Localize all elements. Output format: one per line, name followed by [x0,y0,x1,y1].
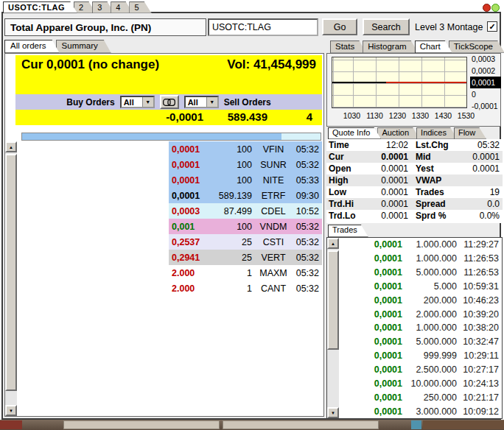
trade-size: 1.000.000 [402,239,457,250]
orders-view-tab[interactable]: All orders [4,40,60,53]
chart-panel: 0,00030,00020,00010-0,0001 1030113012301… [326,53,501,127]
buy-filter-select[interactable]: All ▼ [120,96,155,108]
analysis-tab[interactable]: Histogram [363,40,418,53]
order-row[interactable]: 0,2537 25 CSTI 05:32 [5,234,323,250]
inside-count: 4 [272,110,312,123]
trade-time: 10:09:12 [457,406,502,417]
order-row[interactable]: 0,0001 589.139 ETRF 09:30 [5,188,323,203]
trade-row[interactable]: 0,0001 5.000 10:59:31 [339,280,502,294]
trade-price: 0,0001 [339,392,402,403]
scroll-down-icon[interactable]: ▼ [327,407,339,418]
trade-row[interactable]: 0,0001 2.500.000 10:27:17 [339,363,502,377]
link-filters-button[interactable] [160,95,179,109]
trade-price: 0,0001 [339,406,402,417]
workspace-tab[interactable]: 5 [129,1,151,13]
trade-row[interactable]: 0,0001 1.000.000 11:26:53 [339,252,502,266]
order-time: 05:32 [290,237,319,247]
trade-time: 10:27:17 [457,364,502,375]
quote-value: 0.0001 [365,211,408,221]
trades-tab[interactable]: Trades [328,225,368,237]
taskbar-item[interactable] [411,420,421,429]
trade-time: 10:46:23 [457,295,502,306]
trades-tab-strip: Trades [328,225,365,237]
analysis-tab[interactable]: Stats [330,40,366,53]
taskbar-item[interactable] [223,420,379,429]
order-row[interactable]: 0,2941 25 VERT 05:32 [5,250,323,265]
order-row[interactable]: 0,0001 100 NITE 05:33 [5,172,323,188]
orders-pane: Cur 0,0001 (no change) Vol: 41,454,999 B… [4,53,324,417]
chart-y-axis: 0,00030,00020,00010-0,0001 [470,53,501,112]
level3-montage-checkbox[interactable]: ✓ [487,21,497,32]
trade-price: 0,0001 [339,336,402,347]
status-dot-red[interactable] [483,4,491,12]
trade-row[interactable]: 0,0001 3.000.000 10:09:12 [339,404,502,418]
trade-size: 5.000 [402,281,457,292]
price-line-black [332,82,386,83]
order-time: 10:52 [290,206,319,216]
taskbar[interactable] [0,420,504,430]
trade-price: 0,0001 [339,322,402,333]
status-dot-green[interactable] [491,4,500,12]
quote-info-row: Trd.Lo 0.0001 Sprd % 0.0% [326,210,503,222]
order-price: 2.000 [172,283,214,294]
trade-row[interactable]: 0,0001 250.000 10:21:17 [339,390,502,404]
order-row[interactable]: 0,0003 87.499 CDEL 10:52 [5,203,323,219]
quote-value: 0.0001 [455,152,503,162]
order-price: 0,0001 [172,160,214,170]
inside-change: -0,0001 [119,110,203,123]
chart-x-axis: 103011301230133014301530 [340,111,477,120]
trade-row[interactable]: 0,0001 1.000.000 10:38:20 [339,321,502,335]
order-row[interactable]: 2.000 1 MAXM 05:32 [5,265,323,281]
quote-info-row: Low 0.0001 Trades 19 [326,186,503,198]
order-time: 05:33 [290,175,319,186]
analysis-tab[interactable]: TickScope [449,40,504,53]
scroll-up-icon[interactable]: ▲ [327,238,339,249]
order-row[interactable]: 0,0001 100 SUNR 05:32 [5,157,323,172]
trades-scrollbar-thumb[interactable] [327,250,339,350]
trade-time: 10:29:11 [457,350,502,361]
trades-scrollbar[interactable]: ▲ ▼ [327,238,339,418]
analysis-tab[interactable]: Chart [415,40,452,53]
trade-row[interactable]: 0,0001 10.000.000 10:24:13 [339,376,502,390]
quote-info-row: High 0.0001 VWAP [326,175,503,186]
sell-filter-select[interactable]: All ▼ [184,96,219,108]
order-mpid: CANT [257,283,290,294]
order-row[interactable]: 0,001 100 VNDM 05:32 [5,219,323,234]
trade-row[interactable]: 0,0001 1.000.000 11:29:27 [339,238,502,252]
quote-value: 0.0% [455,211,503,221]
quote-tab[interactable]: Flow [454,127,486,139]
analysis-tabs: StatsHistogramChartTickScope [330,40,501,53]
orders-view-tab[interactable]: Summary [56,40,111,53]
trade-time: 10:32:47 [457,336,502,347]
order-mpid: VFIN [257,144,290,155]
workspace-tab[interactable]: USOTC:TLAG [3,1,77,13]
x-axis-label: 1230 [386,111,409,120]
quote-label: Trd.Hi [326,199,365,209]
symbol-input[interactable] [208,18,318,36]
order-row[interactable]: 0,0001 100 VFIN 05:32 [5,141,323,157]
order-row[interactable]: 2.000 1 CANT 05:32 [5,281,323,296]
quote-tab[interactable]: Quote Info [328,127,381,139]
taskbar-item[interactable] [0,420,22,429]
trade-price: 0,0001 [339,253,402,264]
taskbar-item[interactable] [423,420,504,429]
quote-tab[interactable]: Auction [377,127,420,139]
trade-row[interactable]: 0,0001 2.000.000 10:39:20 [339,307,502,321]
order-size: 100 [214,222,257,232]
quote-label: Open [326,163,365,174]
trade-row[interactable]: 0,0001 999.999 10:29:11 [339,349,502,363]
x-axis-label: 1430 [432,111,455,120]
scroll-down-icon[interactable]: ▼ [5,405,17,416]
trade-time: 10:24:13 [457,378,502,389]
montage-window: Total Apparel Group, Inc. (PN) Go Search… [1,12,501,420]
quote-label: Yest [408,163,455,174]
go-button[interactable]: Go [322,18,357,35]
inside-quote-row: -0,0001 589.439 4 [15,110,322,125]
trade-row[interactable]: 0,0001 200.000 10:46:23 [339,293,502,307]
search-button[interactable]: Search [363,18,410,35]
quote-tab[interactable]: Indices [416,127,458,139]
taskbar-item[interactable] [63,420,220,429]
trade-row[interactable]: 0,0001 5.000.000 11:26:53 [339,266,502,280]
trade-row[interactable]: 0,0001 5.000.000 10:32:47 [339,335,502,349]
quote-label: Low [326,187,365,197]
